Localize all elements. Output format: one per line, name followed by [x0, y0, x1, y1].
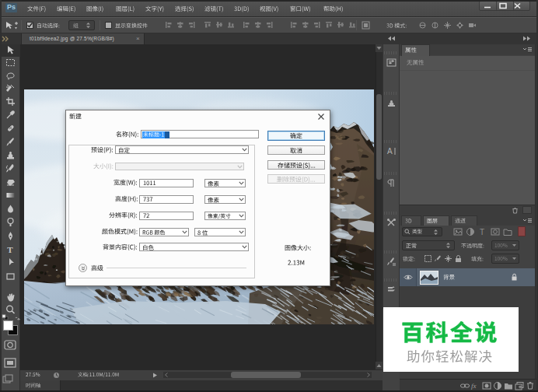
svg-text:A: A	[387, 147, 393, 156]
svg-text:fx: fx	[471, 382, 477, 390]
svg-text:T: T	[480, 228, 484, 236]
